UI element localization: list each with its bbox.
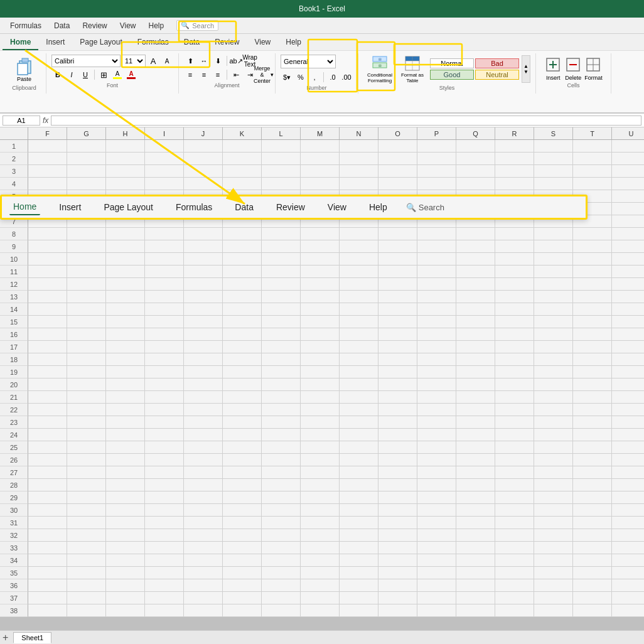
cell[interactable] — [534, 316, 573, 328]
cell[interactable] — [301, 579, 340, 592]
cell[interactable] — [534, 466, 573, 479]
cell[interactable] — [378, 391, 417, 404]
cell[interactable] — [612, 240, 644, 253]
cell[interactable] — [67, 416, 106, 429]
cell[interactable] — [184, 579, 223, 592]
cell[interactable] — [145, 567, 184, 579]
cell[interactable] — [417, 479, 456, 491]
cell[interactable] — [534, 366, 573, 378]
cell[interactable] — [223, 253, 262, 266]
cell[interactable] — [301, 504, 340, 517]
cell[interactable] — [534, 291, 573, 303]
indent-decrease-btn[interactable]: ⇤ — [230, 68, 242, 81]
style-normal[interactable]: Normal — [430, 58, 474, 68]
cell[interactable] — [417, 228, 456, 240]
cell[interactable] — [417, 567, 456, 579]
cell[interactable] — [184, 391, 223, 404]
cell[interactable] — [184, 604, 223, 617]
cell[interactable] — [28, 391, 67, 404]
cell[interactable] — [534, 529, 573, 542]
cell[interactable] — [340, 592, 378, 604]
tab-review[interactable]: Review — [207, 35, 247, 50]
cell[interactable] — [301, 567, 340, 579]
cell[interactable] — [612, 353, 644, 366]
col-header-K[interactable]: K — [223, 127, 262, 139]
cell[interactable] — [262, 278, 301, 291]
cell[interactable] — [534, 228, 573, 240]
cell[interactable] — [495, 278, 534, 291]
col-header-S[interactable]: S — [534, 127, 573, 139]
cell[interactable] — [573, 266, 612, 278]
cell[interactable] — [378, 517, 417, 529]
cell[interactable] — [573, 391, 612, 404]
cell[interactable] — [534, 416, 573, 429]
cell[interactable] — [67, 504, 106, 517]
cell[interactable] — [28, 542, 67, 554]
cell[interactable] — [301, 479, 340, 491]
cell[interactable] — [417, 554, 456, 567]
cell[interactable] — [145, 592, 184, 604]
cell[interactable] — [534, 567, 573, 579]
cell[interactable] — [223, 228, 262, 240]
cell[interactable] — [28, 529, 67, 542]
cell[interactable] — [534, 504, 573, 517]
cell[interactable] — [456, 266, 495, 278]
cell[interactable] — [262, 579, 301, 592]
cell[interactable] — [145, 153, 184, 165]
cell[interactable] — [262, 165, 301, 178]
cell[interactable] — [106, 504, 145, 517]
cell[interactable] — [612, 466, 644, 479]
cell[interactable] — [28, 341, 67, 353]
cell[interactable] — [223, 165, 262, 178]
cell[interactable] — [223, 378, 262, 391]
cell[interactable] — [262, 567, 301, 579]
cell[interactable] — [184, 316, 223, 328]
cell[interactable] — [573, 153, 612, 165]
cell[interactable] — [262, 253, 301, 266]
cell[interactable] — [184, 328, 223, 341]
cell[interactable] — [495, 240, 534, 253]
cell[interactable] — [573, 416, 612, 429]
menu-help[interactable]: Help — [144, 20, 169, 31]
cell[interactable] — [340, 529, 378, 542]
cell[interactable] — [378, 479, 417, 491]
cell[interactable] — [495, 253, 534, 266]
style-bad[interactable]: Bad — [475, 58, 519, 68]
cell[interactable] — [106, 517, 145, 529]
cell[interactable] — [340, 491, 378, 504]
cell[interactable] — [456, 592, 495, 604]
cell[interactable] — [106, 140, 145, 153]
cell[interactable] — [106, 404, 145, 416]
cell[interactable] — [340, 579, 378, 592]
cell[interactable] — [417, 353, 456, 366]
cell[interactable] — [340, 441, 378, 454]
bottom-menu-data[interactable]: Data — [231, 200, 257, 215]
cell[interactable] — [262, 366, 301, 378]
cell[interactable] — [184, 240, 223, 253]
cell[interactable] — [145, 366, 184, 378]
currency-btn[interactable]: $▾ — [281, 71, 293, 83]
cell[interactable] — [534, 479, 573, 491]
cell[interactable] — [495, 517, 534, 529]
cell[interactable] — [106, 341, 145, 353]
tab-help[interactable]: Help — [278, 35, 309, 50]
cell[interactable] — [573, 517, 612, 529]
cell[interactable] — [378, 341, 417, 353]
cell[interactable] — [378, 178, 417, 190]
cell[interactable] — [223, 404, 262, 416]
cell[interactable] — [456, 303, 495, 316]
cell[interactable] — [28, 316, 67, 328]
cell[interactable] — [456, 404, 495, 416]
cell[interactable] — [184, 567, 223, 579]
cell[interactable] — [378, 579, 417, 592]
cell[interactable] — [417, 140, 456, 153]
cell[interactable] — [301, 542, 340, 554]
cell[interactable] — [378, 140, 417, 153]
cell[interactable] — [262, 266, 301, 278]
name-box[interactable] — [3, 115, 40, 126]
cell[interactable] — [534, 240, 573, 253]
cell[interactable] — [145, 454, 184, 466]
cell[interactable] — [184, 554, 223, 567]
cell[interactable] — [145, 228, 184, 240]
cell[interactable] — [378, 303, 417, 316]
